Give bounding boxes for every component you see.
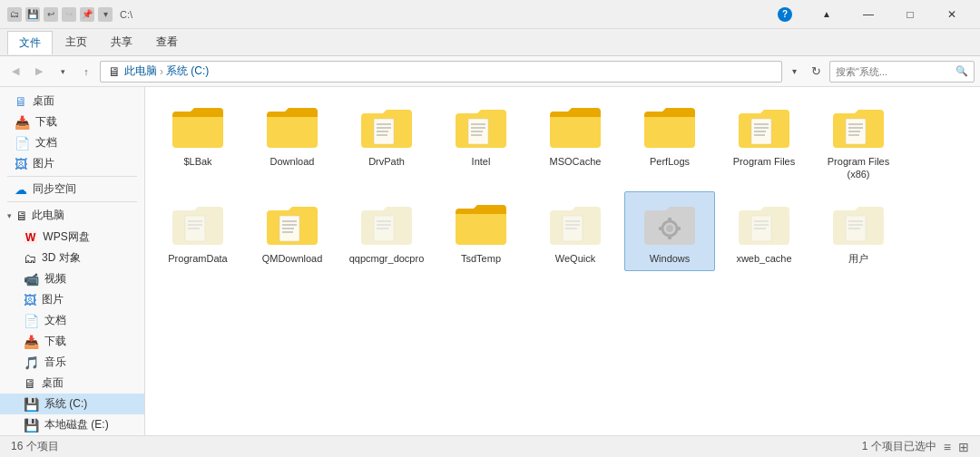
app-icon: 🗂 bbox=[7, 7, 22, 22]
pics-icon: 🖼 bbox=[15, 157, 27, 171]
back-button[interactable]: ◀ bbox=[5, 62, 25, 82]
folder-item[interactable]: Windows bbox=[624, 191, 715, 271]
folder-item[interactable]: Download bbox=[247, 94, 338, 188]
folder-icon bbox=[735, 198, 793, 250]
folder-item[interactable]: Intel bbox=[436, 94, 526, 188]
folder-item[interactable]: xweb_cache bbox=[719, 191, 809, 271]
folder-icon bbox=[452, 101, 510, 153]
tab-share[interactable]: 共享 bbox=[100, 31, 143, 53]
sidebar-item-docs-quick[interactable]: 📄 文档 📌 bbox=[0, 132, 144, 153]
folder-item[interactable]: 用户 bbox=[813, 191, 904, 271]
breadcrumb-drive[interactable]: 系统 (C:) bbox=[166, 63, 209, 79]
download-icon2: 📥 bbox=[24, 335, 39, 349]
address-dropdown[interactable]: ▾ bbox=[786, 62, 802, 82]
list-view-icon[interactable]: ≡ bbox=[944, 440, 951, 454]
docs-icon: 📄 bbox=[15, 136, 30, 151]
folder-label: Windows bbox=[650, 252, 691, 265]
sidebar-label: 图片 bbox=[33, 156, 54, 171]
folder-label: ProgramData bbox=[168, 252, 227, 265]
folder-item[interactable]: Program Files bbox=[719, 94, 809, 188]
folder-label: 用户 bbox=[848, 252, 868, 265]
address-path[interactable]: 🖥 此电脑 › 系统 (C:) bbox=[100, 61, 782, 83]
maximize-button[interactable]: □ bbox=[889, 0, 931, 29]
folder-item[interactable]: WeQuick bbox=[530, 191, 621, 271]
folder-item[interactable]: QMDownload bbox=[247, 191, 338, 271]
sidebar-item-download-quick[interactable]: 📥 下载 📌 bbox=[0, 112, 144, 132]
sidebar-item-onedrive[interactable]: ☁ 同步空间 bbox=[0, 179, 144, 199]
desktop-icon: 🖥 bbox=[15, 94, 27, 109]
title-bar-left: 🗂 💾 ↩ ↪ 📌 ▾ C:\ bbox=[7, 7, 132, 22]
tab-file[interactable]: 文件 bbox=[7, 31, 53, 54]
folder-label: $LBak bbox=[183, 155, 211, 168]
minimize-button[interactable]: — bbox=[848, 0, 889, 29]
folder-item[interactable]: Program Files(x86) bbox=[813, 94, 904, 188]
search-icon[interactable]: 🔍 bbox=[956, 65, 968, 77]
thispc-label: 此电脑 bbox=[32, 208, 64, 223]
status-bar: 16 个项目 1 个项目已选中 ≡ ⊞ bbox=[0, 435, 980, 457]
folder-item[interactable]: DrvPath bbox=[341, 94, 432, 188]
sidebar-label: 桌面 bbox=[33, 93, 54, 109]
desktop-icon2: 🖥 bbox=[24, 376, 36, 391]
sidebar-item-3d[interactable]: 🗂 3D 对象 bbox=[0, 248, 144, 268]
close-button[interactable]: ✕ bbox=[931, 0, 973, 29]
folder-label: TsdTemp bbox=[461, 252, 501, 265]
folder-item[interactable]: qqpcmgr_docpro bbox=[341, 191, 432, 271]
folder-icon bbox=[546, 101, 604, 153]
help-button[interactable]: ? bbox=[764, 0, 806, 29]
sidebar-item-downloads[interactable]: 📥 下载 bbox=[0, 331, 144, 352]
ribbon-toggle[interactable]: ▲ bbox=[806, 0, 848, 29]
address-bar: ◀ ▶ ▾ ↑ 🖥 此电脑 › 系统 (C:) ▾ ↻ 🔍 bbox=[0, 56, 980, 87]
folder-icon bbox=[169, 101, 227, 153]
folder-icon bbox=[641, 101, 699, 153]
sidebar-item-pics-quick[interactable]: 🖼 图片 📌 bbox=[0, 153, 144, 174]
dropdown-arrow[interactable]: ▾ bbox=[98, 7, 113, 22]
up-button[interactable]: ↑ bbox=[76, 62, 96, 82]
video-icon: 📹 bbox=[24, 272, 39, 287]
folder-label: Program Files bbox=[733, 155, 795, 168]
folder-item[interactable]: ProgramData bbox=[152, 191, 243, 271]
sidebar-item-docs[interactable]: 📄 文档 bbox=[0, 310, 144, 331]
folder-label: WeQuick bbox=[555, 252, 595, 265]
sidebar-label: 下载 bbox=[35, 114, 57, 130]
grid-view-icon[interactable]: ⊞ bbox=[958, 440, 969, 454]
svg-point-38 bbox=[666, 225, 673, 232]
search-input[interactable] bbox=[836, 66, 952, 77]
divider2 bbox=[7, 201, 137, 202]
sidebar-item-desktop-quick[interactable]: 🖥 桌面 📌 bbox=[0, 91, 144, 112]
sidebar-item-pics[interactable]: 🖼 图片 bbox=[0, 289, 144, 310]
sidebar-item-video[interactable]: 📹 视频 bbox=[0, 268, 144, 289]
folder-item[interactable]: $LBak bbox=[152, 94, 243, 188]
sidebar-item-wps[interactable]: W WPS网盘 bbox=[0, 227, 144, 248]
sidebar-label: 系统 (C:) bbox=[44, 396, 87, 412]
folder-label: MSOCache bbox=[550, 155, 602, 168]
sidebar-item-music[interactable]: 🎵 音乐 bbox=[0, 352, 144, 373]
pc-icon: 🖥 bbox=[108, 64, 121, 79]
forward-button[interactable]: ▶ bbox=[29, 62, 49, 82]
folder-label: qqpcmgr_docpro bbox=[349, 252, 425, 265]
main-layout: 🖥 桌面 📌 📥 下载 📌 📄 文档 📌 🖼 图片 📌 ☁ 同步空间 ▾ 🖥 bbox=[0, 87, 980, 435]
sidebar-item-locale[interactable]: 💾 本地磁盘 (E:) bbox=[0, 414, 144, 435]
sidebar-label: 图片 bbox=[42, 292, 64, 307]
title-path: C:\ bbox=[120, 9, 132, 20]
thispc-header[interactable]: ▾ 🖥 此电脑 bbox=[0, 204, 144, 227]
search-box[interactable]: 🔍 bbox=[829, 61, 975, 83]
breadcrumb-thispc[interactable]: 此电脑 bbox=[124, 63, 157, 79]
folder-item[interactable]: PerfLogs bbox=[624, 94, 715, 188]
tab-view[interactable]: 查看 bbox=[145, 31, 189, 53]
undo-icon[interactable]: ↩ bbox=[44, 7, 58, 22]
sidebar-item-systemc[interactable]: 💾 系统 (C:) bbox=[0, 394, 144, 414]
pc-icon2: 🖥 bbox=[15, 209, 28, 223]
tab-home[interactable]: 主页 bbox=[54, 31, 98, 53]
folder-item[interactable]: MSOCache bbox=[530, 94, 621, 188]
music-icon: 🎵 bbox=[24, 355, 39, 370]
dropdown-nav[interactable]: ▾ bbox=[53, 62, 73, 82]
window-controls: ? ▲ — □ ✕ bbox=[764, 0, 973, 29]
pin-icon[interactable]: 📌 bbox=[80, 7, 94, 22]
sidebar-item-desktop[interactable]: 🖥 桌面 bbox=[0, 373, 144, 394]
folder-icon bbox=[546, 198, 604, 250]
refresh-button[interactable]: ↻ bbox=[806, 62, 826, 82]
folder-item[interactable]: TsdTemp bbox=[436, 191, 526, 271]
expand-icon: ▾ bbox=[7, 211, 12, 220]
onedrive-icon: ☁ bbox=[15, 182, 27, 197]
quick-access-icon[interactable]: 💾 bbox=[25, 7, 40, 22]
